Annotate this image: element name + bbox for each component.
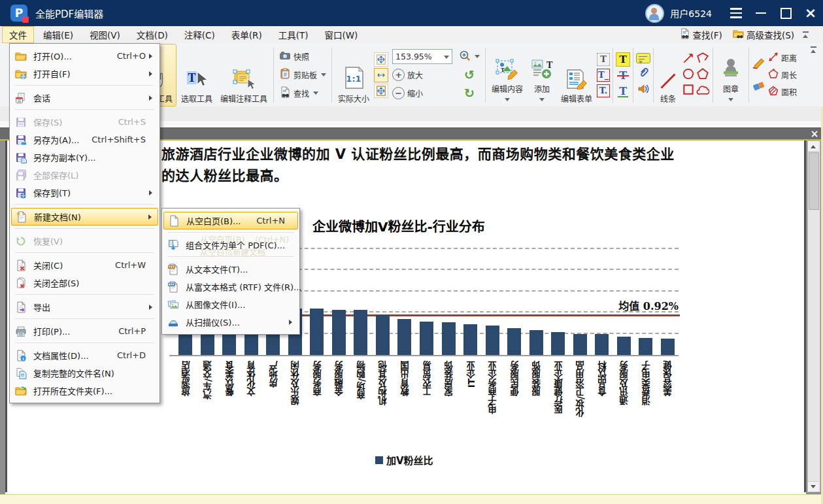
new-doc-submenu-item-2[interactable]: 组合文件为单个 PDF(C)... [163,236,298,254]
minimize-button[interactable] [748,0,773,26]
edit-form-button[interactable]: 编辑表单 [558,44,596,106]
scrollbar-thumb[interactable] [809,152,819,210]
file-menu-item-12[interactable]: 关闭全部(S) [11,274,158,292]
scroll-down-button[interactable] [808,481,818,492]
text-callout-icon[interactable]: T. [597,84,610,97]
actual-size-button[interactable]: 1:1 实际大小 [335,44,373,106]
text-field-icon[interactable]: T_ [597,69,610,82]
hamburger-menu-button[interactable] [724,0,748,26]
fit-width-button[interactable] [374,68,388,82]
scroll-up-button[interactable] [808,141,818,152]
distance-tool-button[interactable]: 距离 [767,50,797,67]
menu-window[interactable]: 窗口(W) [317,26,365,43]
fit-page-button[interactable] [374,52,388,67]
menu-comment[interactable]: 注释(C) [177,26,222,43]
rotate-left-button[interactable]: ↺ [462,66,477,84]
edit-annotation-tool-button[interactable]: 编辑注释工具 [217,44,271,106]
file-menu-item-11[interactable]: 关闭(C)Ctrl+W [11,256,158,274]
menu-view[interactable]: 视图(V) [82,26,127,43]
ellipse-icon[interactable] [682,67,695,83]
chart-bar [376,315,390,355]
chart-category-label: 商务服务 [311,361,324,396]
new-doc-submenu-item-1[interactable]: 从空白页(B)...Ctrl+N [163,212,298,229]
file-menu-item-7[interactable]: 全部保存(L) [11,166,158,184]
dropdown-caret-icon [321,73,326,79]
fit-visible-button[interactable] [374,84,388,98]
add-content-button[interactable]: T 添加 [528,44,556,106]
find-tool-button[interactable]: 查找 [277,84,329,103]
sound-icon[interactable] [637,83,649,97]
file-menu-item-16[interactable]: 复制完整的文件名(N) [11,364,158,382]
pencil-icon[interactable] [752,55,766,72]
arrow-icon[interactable] [682,52,695,67]
menu-tools[interactable]: 工具(T) [271,26,316,43]
file-menu-item-9[interactable]: 新建文档(N) [11,208,158,226]
new-doc-submenu-item-6[interactable]: 从扫描仪(S)... [163,313,298,331]
edit-content-button[interactable]: T 编辑内容 [488,44,526,106]
file-menu-item-14[interactable]: 打印(P)...Ctrl+P [11,322,158,340]
close-window-button[interactable]: × [798,0,823,26]
underline-text-icon[interactable]: T [616,85,630,98]
close-document-button[interactable]: × [809,128,820,140]
dropdown-caret-icon [444,56,449,61]
file-menu-item-2[interactable]: 打开自(F) [11,65,158,82]
new-doc-submenu-item-3[interactable]: TXT从文本文件(T)... [163,260,298,278]
file-menu-item-1[interactable]: 打开(O)...Ctrl+O [11,47,158,65]
area-tool-button[interactable]: 面积 [767,84,797,101]
file-menu-item-17[interactable]: 打开所在文件夹(F)... [11,382,158,399]
vertical-scrollbar[interactable] [807,141,820,492]
snapshot-button[interactable]: 快照 [277,48,329,66]
maximize-button[interactable] [773,0,798,26]
line-tool-button[interactable]: 线条 [656,44,680,106]
zoom-out-button[interactable]: −缩小 [390,84,455,103]
advanced-find-button[interactable]: 高级查找(S) [729,27,798,42]
menu-file[interactable]: 文件 [2,26,34,43]
polyline-icon[interactable] [696,52,709,67]
text-box-icon[interactable]: T [597,53,610,66]
zoom-level-combo[interactable]: 153.95% [390,48,455,66]
image-file-icon [167,299,182,311]
chart-category-label: 娱乐及休闲 [289,361,302,405]
new-doc-submenu-item-5[interactable]: 从图像文件(I)... [163,295,298,313]
file-menu-item-3[interactable]: 会话 [11,89,158,107]
file-menu-item-10[interactable]: 恢复(V) [11,232,158,250]
camera-icon [279,50,291,63]
collapse-toolbar-icon[interactable] [801,31,810,39]
note-comment-icon[interactable] [636,53,650,63]
zoom-in-button[interactable]: +放大 [390,66,455,84]
file-menu-item-6[interactable]: 另存为副本(Y)... [11,148,158,166]
perimeter-tool-button[interactable]: 周长 [767,67,797,84]
file-menu-item-15[interactable]: i文档属性(D)...Ctrl+D [11,346,158,364]
user-avatar[interactable] [645,4,664,23]
strikeout-text-icon[interactable]: T [616,69,630,82]
cloud-icon[interactable] [696,83,709,99]
file-menu-item-8[interactable]: 保存到(T) [11,184,158,201]
eraser-icon[interactable] [752,78,766,95]
edit-form-icon [565,69,588,92]
file-menu-item-5[interactable]: 另存为(A)...Ctrl+Shift+S [11,131,158,148]
file-menu-item-13[interactable]: 导出 [11,298,158,316]
clipboard-button[interactable]: 剪贴板 [277,66,329,84]
select-tool-button[interactable]: T 选取工具 [178,44,216,106]
new-doc-submenu-item-4[interactable]: RTF从富文本格式 (RTF) 文件(R)... [163,278,298,295]
chart-bar [354,310,367,355]
menu-form[interactable]: 表单(R) [224,26,269,43]
menu-document[interactable]: 文档(D) [129,26,175,43]
stamp-button[interactable]: 图章 [716,44,746,106]
polygon-icon[interactable] [696,67,709,83]
file-menu-item-4[interactable]: 保存(S)Ctrl+S [11,113,158,131]
rotate-right-button[interactable]: ↻ [462,84,477,103]
line-icon [660,73,677,92]
rectangle-icon[interactable] [682,83,695,99]
collapse-toolbar-icon[interactable] [809,46,818,54]
plus-circle-icon: + [392,69,405,81]
attachment-icon[interactable] [637,66,649,80]
find-button[interactable]: 查找(F) [675,27,726,42]
menu-item-label: 打开自(F) [33,67,146,80]
highlight-text-icon[interactable]: T [616,52,630,67]
chart-category-label: 旅游酒店 [180,361,193,396]
menu-edit[interactable]: 编辑(E) [36,26,80,43]
marquee-zoom-button[interactable] [456,48,482,66]
chart-bar [529,330,543,355]
chart-bar [617,337,631,355]
